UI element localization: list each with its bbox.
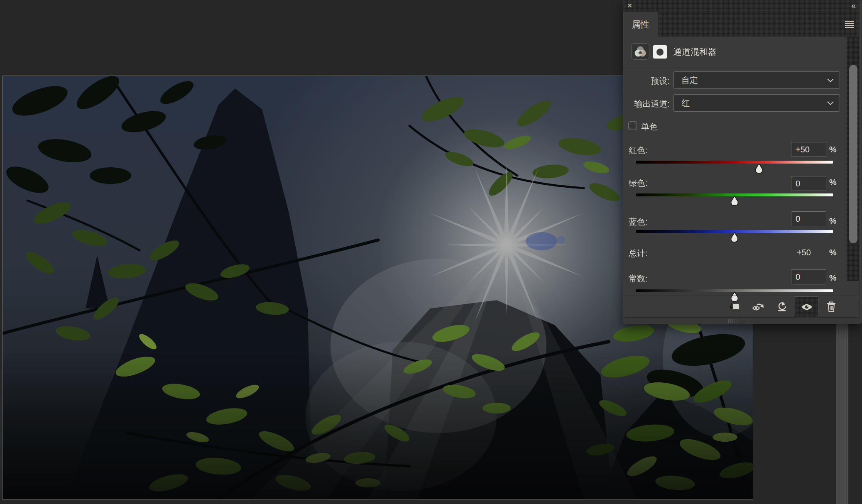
view-previous-state-button[interactable]: [749, 296, 767, 318]
collapse-panels-icon[interactable]: «: [851, 0, 855, 10]
monochrome-checkbox[interactable]: [628, 121, 637, 130]
total-label: 总计:: [629, 248, 648, 259]
divider: [623, 67, 862, 67]
reset-button[interactable]: [774, 296, 790, 318]
panel-right-edge: [859, 0, 862, 323]
panel-bottom-bar: [623, 317, 862, 324]
clip-to-layer-icon: [728, 303, 739, 311]
blue-unit: %: [829, 216, 837, 226]
panel-menu-icon[interactable]: [845, 21, 854, 28]
photoshop-window: ✕ « 属性 通道混和器 预设: 自定: [0, 0, 862, 504]
red-value-input[interactable]: +50: [791, 142, 826, 157]
red-slider-track[interactable]: [636, 161, 833, 164]
chevron-down-icon: [827, 78, 834, 82]
clip-to-layer-button[interactable]: [725, 296, 742, 318]
constant-value-input[interactable]: 0: [791, 269, 826, 284]
panel-body: 通道混和器 预设: 自定 输出通道: 红 单色 红色:: [623, 37, 862, 324]
collapsed-dock-strip: [836, 324, 849, 504]
reset-icon: [777, 302, 787, 312]
tab-properties[interactable]: 属性: [623, 12, 658, 37]
green-unit: %: [829, 178, 837, 187]
panel-scrollbar-track: [847, 37, 860, 281]
red-slider-label: 红色:: [629, 145, 648, 156]
eye-icon: [801, 303, 813, 311]
mask-circle: [656, 49, 664, 56]
green-slider-thumb[interactable]: [729, 195, 740, 206]
chevron-down-icon: [827, 101, 834, 105]
close-icon[interactable]: ✕: [627, 2, 632, 10]
red-unit: %: [829, 145, 837, 154]
preset-value: 自定: [681, 75, 698, 86]
blue-value-input[interactable]: 0: [791, 211, 826, 226]
layer-mask-thumbnail[interactable]: [653, 45, 667, 59]
blue-slider-thumb[interactable]: [729, 232, 740, 243]
adjustment-title: 通道混和器: [673, 46, 717, 58]
trash-icon: [827, 301, 836, 312]
delete-adjustment-button[interactable]: [825, 296, 838, 318]
output-channel-select[interactable]: 红: [673, 94, 840, 112]
constant-unit: %: [829, 273, 837, 283]
panel-titlebar: ✕ «: [623, 0, 862, 12]
channel-mixer-icon[interactable]: [631, 43, 649, 60]
venn-circles-icon: [634, 46, 646, 57]
preset-select[interactable]: 自定: [673, 71, 840, 89]
panel-tabbar: 属性: [623, 12, 862, 37]
green-value-input[interactable]: 0: [791, 176, 826, 191]
panel-toolbar: [623, 296, 862, 317]
panel-resize-grip[interactable]: [728, 319, 747, 323]
blue-slider-label: 蓝色:: [629, 216, 648, 228]
eye-history-icon: [752, 302, 764, 312]
panel-scrollbar-thumb[interactable]: [849, 65, 857, 243]
properties-panel: ✕ « 属性 通道混和器 预设: 自定: [623, 0, 862, 324]
total-unit: %: [829, 248, 837, 257]
total-value: +50: [764, 248, 811, 257]
constant-label: 常数:: [629, 273, 648, 284]
output-channel-label: 输出通道:: [623, 98, 670, 110]
output-channel-value: 红: [681, 98, 690, 109]
preset-label: 预设:: [623, 76, 670, 87]
monochrome-label: 单色: [641, 121, 658, 132]
green-slider-label: 绿色:: [629, 178, 648, 189]
red-slider-thumb[interactable]: [754, 163, 764, 174]
toggle-visibility-button[interactable]: [795, 296, 818, 317]
